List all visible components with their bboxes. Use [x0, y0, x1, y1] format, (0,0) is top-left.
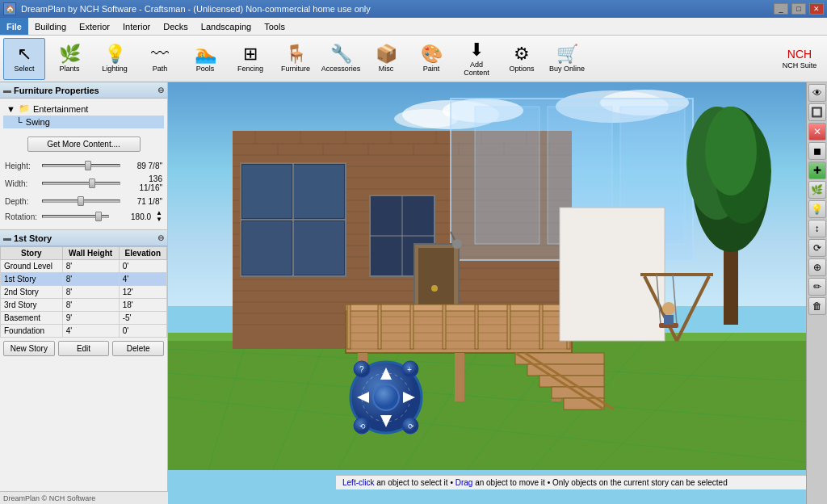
rt-light-btn[interactable]: 💡: [808, 200, 826, 218]
copyright-text: DreamPlan © NCH Software: [3, 494, 95, 502]
get-content-button[interactable]: Get More Content....: [27, 136, 141, 152]
3d-viewport[interactable]: ? + ⟲ ⟳ Left-click an object to select i…: [168, 82, 806, 504]
furniture-panel-title: Furniture Properties: [14, 86, 99, 95]
minimize-button[interactable]: _: [774, 3, 788, 15]
menu-landscaping[interactable]: Landscaping: [195, 18, 258, 35]
table-row[interactable]: Foundation4'0': [1, 325, 167, 338]
tree-item-entertainment[interactable]: ▼ 📁 Entertainment: [3, 102, 164, 116]
table-row[interactable]: Ground Level8'0': [1, 260, 167, 273]
story-panel-title: 1st Story: [14, 233, 52, 243]
nch-suite-button[interactable]: NCH NCH Suite: [775, 38, 824, 80]
hint-left-click[interactable]: Left-click: [342, 478, 374, 487]
fencing-button[interactable]: ⊞ Fencing: [229, 38, 271, 80]
rt-plant-btn[interactable]: 🌿: [808, 181, 826, 199]
rt-add-btn[interactable]: ✚: [808, 162, 826, 179]
maximize-button[interactable]: □: [791, 3, 806, 15]
menu-interior[interactable]: Interior: [116, 18, 157, 35]
story-collapse-right[interactable]: ⊖: [157, 233, 164, 242]
svg-point-116: [373, 384, 399, 410]
rt-rotate-btn[interactable]: ⟳: [808, 239, 826, 257]
rt-edit-btn[interactable]: ✏: [808, 278, 826, 296]
app-icon: 🏠: [3, 2, 16, 15]
pools-button[interactable]: 🏊 Pools: [184, 38, 226, 80]
furniture-collapse-btn[interactable]: ▬: [3, 86, 11, 94]
select-button[interactable]: ↖ Select: [3, 38, 45, 80]
nch-icon: NCH: [787, 48, 812, 60]
misc-icon: 📦: [376, 45, 397, 63]
path-icon: 〰: [151, 45, 169, 63]
height-track: [42, 164, 120, 167]
menu-tools[interactable]: Tools: [258, 18, 292, 35]
height-property: Height: 89 7/8": [5, 160, 162, 171]
rt-view-btn[interactable]: 👁: [808, 84, 826, 102]
rt-box-btn[interactable]: ◼: [808, 142, 826, 160]
rt-resize-btn[interactable]: ↕: [808, 220, 826, 237]
story-panel: ▬ 1st Story ⊖ Story Wall Height Elevatio…: [0, 229, 167, 359]
width-property: Width: 136 11/16": [5, 174, 162, 192]
height-slider[interactable]: [42, 160, 120, 171]
window-controls: _ □ ✕: [772, 3, 824, 15]
menu-exterior[interactable]: Exterior: [73, 18, 116, 35]
svg-rect-81: [475, 304, 478, 349]
furniture-button[interactable]: 🪑 Furniture: [275, 38, 317, 80]
width-thumb[interactable]: [89, 178, 95, 188]
svg-text:⟳: ⟳: [408, 422, 414, 430]
title-left: 🏠 DreamPlan by NCH Software - Craftsman …: [3, 2, 371, 15]
new-story-button[interactable]: New Story: [3, 341, 55, 356]
delete-story-button[interactable]: Delete: [112, 341, 164, 356]
buy-online-button[interactable]: 🛒 Buy Online: [546, 38, 588, 80]
table-row[interactable]: 3rd Story8'18': [1, 299, 167, 312]
furniture-collapse-right[interactable]: ⊖: [157, 86, 164, 94]
table-row[interactable]: 2nd Story8'12': [1, 286, 167, 299]
depth-slider[interactable]: [42, 195, 120, 207]
svg-text:?: ?: [359, 365, 364, 374]
rotation-label: Rotation:: [5, 212, 39, 221]
misc-button[interactable]: 📦 Misc: [365, 38, 407, 80]
plants-button[interactable]: 🌿 Plants: [48, 38, 90, 80]
svg-point-69: [431, 285, 438, 292]
depth-label: Depth:: [5, 197, 39, 206]
svg-rect-80: [443, 304, 446, 349]
accessories-button[interactable]: 🔧 Accessories: [320, 38, 362, 80]
paint-button[interactable]: 🎨 Paint: [410, 38, 452, 80]
svg-rect-57: [294, 165, 344, 218]
rt-close-btn[interactable]: ✕: [808, 123, 826, 141]
rotation-slider[interactable]: [42, 211, 109, 222]
hint-drag[interactable]: Drag: [455, 478, 473, 487]
tree-folder-icon: 📁: [19, 103, 30, 114]
accessories-icon: 🔧: [330, 45, 352, 63]
toolbar-right: NCH NCH Suite: [775, 38, 824, 80]
menu-building[interactable]: Building: [28, 18, 73, 35]
path-button[interactable]: 〰 Path: [139, 38, 181, 80]
table-row[interactable]: 1st Story8'4': [1, 273, 167, 286]
options-button[interactable]: ⚙ Options: [501, 38, 543, 80]
rotation-thumb[interactable]: [95, 212, 102, 221]
edit-story-button[interactable]: Edit: [58, 341, 110, 356]
col-wall-height: Wall Height: [62, 247, 119, 260]
close-button[interactable]: ✕: [809, 3, 824, 15]
rt-toggle-btn[interactable]: 🔲: [808, 103, 826, 121]
rotation-down[interactable]: ▼: [156, 216, 162, 223]
svg-rect-79: [410, 304, 414, 349]
height-thumb[interactable]: [85, 161, 91, 170]
svg-rect-83: [539, 304, 543, 349]
menu-decks[interactable]: Decks: [157, 18, 195, 35]
fencing-icon: ⊞: [243, 45, 258, 63]
table-row[interactable]: Basement9'-5': [1, 312, 167, 325]
rt-add2-btn[interactable]: ⊕: [808, 258, 826, 276]
height-value: 89 7/8": [124, 162, 162, 170]
width-slider[interactable]: [42, 178, 120, 189]
rt-delete-btn[interactable]: 🗑: [808, 297, 826, 315]
hint-text: Left-click an object to select it • Drag…: [342, 478, 728, 487]
menubar: File Building Exterior Interior Decks La…: [0, 18, 827, 36]
add-content-button[interactable]: ⬇ Add Content: [455, 38, 497, 80]
svg-line-102: [677, 276, 709, 341]
svg-text:⟲: ⟲: [359, 422, 366, 430]
width-value: 136 11/16": [124, 174, 162, 192]
lighting-button[interactable]: 💡 Lighting: [94, 38, 136, 80]
tree-item-swing[interactable]: └ Swing: [3, 116, 164, 128]
story-collapse-btn[interactable]: ▬: [3, 233, 11, 242]
depth-thumb[interactable]: [78, 196, 84, 206]
height-label: Height:: [5, 162, 39, 170]
menu-file[interactable]: File: [0, 18, 28, 35]
